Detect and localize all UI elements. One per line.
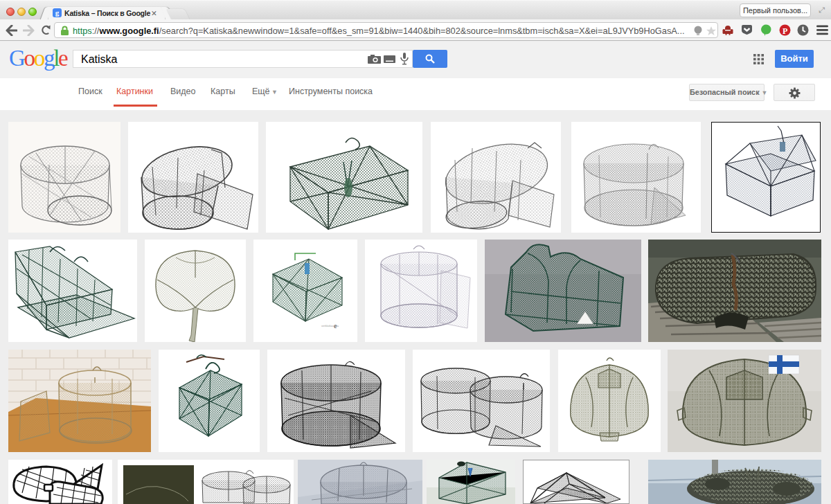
svg-text:verkkokauppa: verkkokauppa [321, 324, 339, 327]
svg-text:P: P [783, 26, 787, 36]
